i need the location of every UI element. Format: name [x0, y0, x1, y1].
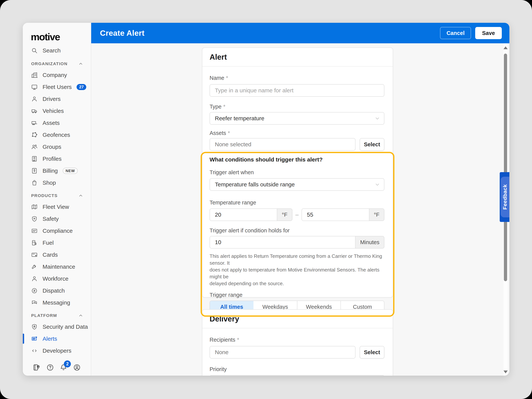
messaging-icon [31, 299, 38, 306]
temp-range-label: Temperature range [209, 200, 384, 206]
sidebar-item-safety[interactable]: Safety [23, 213, 91, 225]
sidebar-item-alerts[interactable]: Alerts [23, 333, 91, 345]
sidebar-item-shop[interactable]: Shop [23, 177, 91, 189]
sidebar: motive Search ORGANIZATIONCompanyFleet U… [23, 23, 91, 376]
nav-section-organization[interactable]: ORGANIZATION [23, 59, 91, 69]
page-title: Create Alert [100, 29, 145, 38]
name-label: Name* [209, 75, 384, 81]
sidebar-item-geofences[interactable]: Geofences [23, 129, 91, 141]
holds-input[interactable]: 10 [209, 236, 355, 248]
holds-label: Trigger alert if condition holds for [209, 228, 384, 234]
compliance-icon [31, 228, 38, 234]
assets-input[interactable]: None selected [209, 138, 355, 151]
sidebar-item-vehicles[interactable]: Vehicles [23, 105, 91, 117]
active-indicator [23, 334, 24, 344]
shop-icon [31, 180, 38, 186]
sidebar-item-fuel[interactable]: Fuel [23, 237, 91, 249]
sidebar-item-profiles[interactable]: Profiles [23, 153, 91, 165]
sidebar-item-company[interactable]: Company [23, 69, 91, 81]
sidebar-item-compliance[interactable]: Compliance [23, 225, 91, 237]
sidebar-item-cards[interactable]: Cards [23, 249, 91, 261]
account-button[interactable] [73, 363, 81, 371]
new-badge: NEW [63, 168, 78, 174]
sidebar-item-billing[interactable]: BillingNEW [23, 165, 91, 177]
sidebar-item-groups[interactable]: Groups [23, 141, 91, 153]
trigger-when-select[interactable]: Temperature falls outside range [209, 178, 384, 191]
security-and-data-icon [31, 323, 38, 330]
alerts-icon [31, 336, 38, 342]
feedback-tab-inner: Feedback [501, 177, 509, 217]
scroll-down-arrow[interactable] [504, 370, 508, 373]
holds-unit: Minutes [355, 236, 384, 248]
sidebar-footer: 2 [23, 363, 91, 371]
sidebar-item-assets[interactable]: Assets [23, 117, 91, 129]
delivery-card: Delivery Recipients* None Select Priorit… [202, 309, 393, 376]
conditions-section: What conditions should trigger this aler… [209, 151, 384, 313]
temp-min-input[interactable]: 20 [209, 209, 277, 221]
sidebar-item-fleet-view[interactable]: Fleet View [23, 201, 91, 213]
assets-select-button[interactable]: Select [360, 138, 384, 151]
page-header: Create Alert Cancel Save [91, 23, 509, 43]
trigger-range-label: Trigger range [209, 292, 384, 298]
guide-icon [33, 363, 41, 371]
sidebar-item-security-and-data[interactable]: Security and Data [23, 321, 91, 333]
billing-icon [31, 168, 38, 174]
profiles-icon [31, 156, 38, 162]
recipients-label: Recipients* [209, 337, 384, 343]
count-badge: 27 [76, 84, 86, 90]
sidebar-item-maintenance[interactable]: Maintenance [23, 261, 91, 273]
nav-section-products[interactable]: PRODUCTS [23, 190, 91, 201]
scroll-up-arrow[interactable] [504, 46, 508, 49]
fleet-view-icon [31, 204, 38, 210]
temp-max-group: 55 °F [302, 209, 384, 221]
workforce-icon [31, 276, 38, 282]
scrollbar-thumb[interactable] [504, 54, 507, 281]
safety-icon [31, 216, 38, 222]
save-button[interactable]: Save [475, 27, 502, 39]
vehicles-icon [31, 108, 38, 114]
required-mark: * [223, 104, 225, 110]
chevron-up-icon [78, 313, 83, 318]
sidebar-item-dispatch[interactable]: Dispatch [23, 285, 91, 297]
nav-section-platform[interactable]: PLATFORM [23, 310, 91, 321]
recipients-select-button[interactable]: Select [360, 346, 384, 359]
priority-input[interactable] [209, 375, 384, 376]
search-icon [31, 47, 38, 54]
assets-icon [31, 120, 38, 126]
form-content: Alert Name* Type in a unique name for al… [91, 43, 509, 376]
sidebar-item-messaging[interactable]: Messaging [23, 297, 91, 309]
sidebar-item-fleet-users[interactable]: Fleet Users27 [23, 81, 91, 93]
chevron-up-icon [78, 61, 83, 66]
alert-card: Alert Name* Type in a unique name for al… [202, 48, 393, 298]
notifications-button[interactable]: 2 [59, 363, 67, 371]
sidebar-search[interactable]: Search [23, 44, 91, 57]
help-button[interactable] [46, 363, 54, 371]
notification-badge: 2 [64, 361, 71, 367]
search-label: Search [43, 47, 61, 54]
temp-min-group: 20 °F [209, 209, 292, 221]
cancel-button[interactable]: Cancel [440, 27, 471, 39]
motive-logo: motive [23, 23, 91, 43]
required-mark: * [226, 75, 228, 81]
type-label: Type* [209, 104, 384, 110]
groups-icon [31, 144, 38, 150]
priority-label: Priority [209, 366, 384, 372]
guide-button[interactable] [33, 363, 41, 371]
desktop-background: motive Search ORGANIZATIONCompanyFleet U… [0, 0, 532, 399]
sidebar-item-workforce[interactable]: Workforce [23, 273, 91, 285]
drivers-icon [31, 96, 38, 102]
help-icon [46, 363, 54, 371]
temp-min-unit: °F [277, 209, 292, 221]
sidebar-item-developers[interactable]: Developers [23, 345, 91, 357]
account-icon [73, 363, 81, 371]
feedback-tab[interactable]: Feedback [500, 172, 509, 222]
alert-card-title: Alert [202, 48, 393, 66]
type-select[interactable]: Reefer temperature [209, 112, 384, 125]
geofences-icon [31, 132, 38, 138]
sidebar-nav: ORGANIZATIONCompanyFleet Users27DriversV… [23, 59, 91, 357]
cards-icon [31, 252, 38, 258]
name-input[interactable]: Type in a unique name for alert [209, 84, 384, 97]
recipients-input[interactable]: None [209, 346, 355, 359]
sidebar-item-drivers[interactable]: Drivers [23, 93, 91, 105]
temp-max-input[interactable]: 55 [302, 209, 369, 221]
